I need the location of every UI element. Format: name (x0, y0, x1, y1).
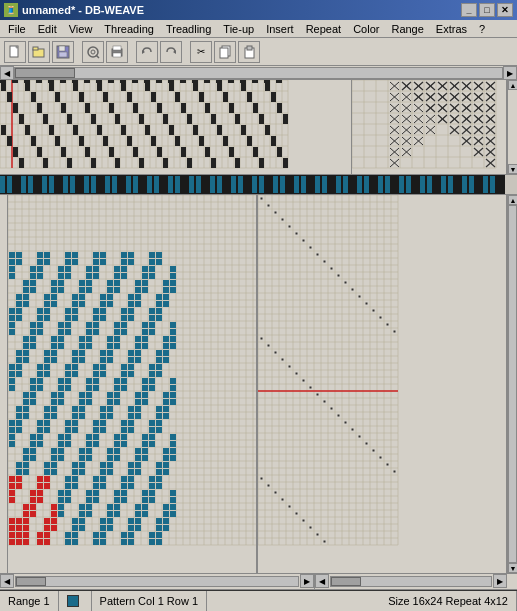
hscroll-corner (507, 574, 517, 589)
threading-section: ▲ ▼ (0, 80, 517, 175)
menu-repeat[interactable]: Repeat (300, 22, 347, 36)
save-button[interactable] (52, 41, 74, 63)
hscroll-right-area[interactable]: ◀ ▶ (315, 574, 507, 589)
titlebar-buttons[interactable]: _ □ ✕ (461, 3, 513, 17)
color-swatch (67, 595, 79, 607)
status-range: Range 1 (0, 591, 59, 611)
print-button[interactable] (106, 41, 128, 63)
threading-canvas[interactable] (0, 80, 315, 173)
cut-button[interactable]: ✂ (190, 41, 212, 63)
toolbar: ✂ (0, 38, 517, 66)
copy-button[interactable] (214, 41, 236, 63)
treadling-right-canvas[interactable] (258, 195, 411, 565)
menu-treadling[interactable]: Treadling (160, 22, 217, 36)
svg-rect-3 (33, 47, 38, 50)
vscroll-top[interactable]: ▲ ▼ (507, 80, 517, 174)
hscroll-track-right[interactable] (330, 576, 492, 587)
print-preview-button[interactable] (82, 41, 104, 63)
pattern-label: Pattern Col 1 Row 1 (100, 595, 198, 607)
svg-rect-18 (247, 46, 252, 50)
status-bar: Range 1 Pattern Col 1 Row 1 Size 16x24 R… (0, 589, 517, 611)
pattern-section: ▲ ▼ (0, 195, 517, 573)
pattern-canvas[interactable] (8, 195, 257, 565)
maximize-button[interactable]: □ (479, 3, 495, 17)
minimize-button[interactable]: _ (461, 3, 477, 17)
hscroll-thumb-left[interactable] (16, 577, 46, 586)
hscroll-track-left[interactable] (15, 576, 299, 587)
menu-range[interactable]: Range (385, 22, 429, 36)
app-icon: 🧵 (4, 3, 18, 17)
main-content: ◀ ▶ ▲ ▼ (0, 66, 517, 589)
menu-bar: File Edit View Threading Treadling Tie-u… (0, 20, 517, 38)
vscroll-up-bottom[interactable]: ▲ (508, 195, 517, 205)
menu-threading[interactable]: Threading (98, 22, 160, 36)
hscroll-track-top[interactable] (14, 67, 503, 79)
svg-point-8 (91, 50, 95, 54)
hscroll-thumb-top[interactable] (15, 68, 75, 78)
top-hscroll[interactable]: ◀ ▶ (0, 66, 517, 80)
svg-rect-11 (113, 46, 121, 50)
vscroll-up-top[interactable]: ▲ (508, 80, 517, 90)
drawdown-area[interactable] (8, 195, 257, 573)
svg-rect-16 (220, 48, 228, 58)
range-label: Range 1 (8, 595, 50, 607)
treadling-panel[interactable] (257, 195, 507, 573)
svg-rect-12 (113, 53, 121, 57)
vscroll-bottom[interactable]: ▲ ▼ (507, 195, 517, 573)
menu-extras[interactable]: Extras (430, 22, 473, 36)
title-bar: 🧵 unnamed* - DB-WEAVE _ □ ✕ (0, 0, 517, 20)
tieup-area[interactable] (352, 80, 507, 174)
menu-help[interactable]: ? (473, 22, 491, 36)
menu-file[interactable]: File (2, 22, 32, 36)
treadling-strip (0, 175, 517, 195)
undo-button[interactable] (136, 41, 158, 63)
hscroll-thumb-right[interactable] (331, 577, 361, 586)
hscroll-left-top[interactable]: ◀ (0, 66, 14, 80)
hscroll-right-top[interactable]: ▶ (503, 66, 517, 80)
tieup-canvas[interactable] (352, 80, 505, 173)
window-title: unnamed* - DB-WEAVE (22, 4, 144, 16)
size-label: Size 16x24 Repeat 4x12 (388, 595, 508, 607)
menu-insert[interactable]: Insert (260, 22, 300, 36)
open-button[interactable] (28, 41, 50, 63)
redo-button[interactable] (160, 41, 182, 63)
menu-edit[interactable]: Edit (32, 22, 63, 36)
hscroll-right-btn[interactable]: ▶ (300, 574, 314, 588)
svg-line-9 (96, 55, 99, 58)
bottom-hscroll-area[interactable]: ◀ ▶ ◀ ▶ (0, 573, 517, 589)
vscroll-down-top[interactable]: ▼ (508, 164, 517, 174)
close-button[interactable]: ✕ (497, 3, 513, 17)
vscroll-track-bottom[interactable] (508, 205, 517, 563)
hscroll-right2-left-btn[interactable]: ◀ (315, 574, 329, 588)
menu-tieup[interactable]: Tie-up (217, 22, 260, 36)
svg-rect-5 (59, 46, 65, 51)
menu-view[interactable]: View (63, 22, 99, 36)
hscroll-right2-right-btn[interactable]: ▶ (493, 574, 507, 588)
treadling-canvas[interactable] (0, 175, 505, 194)
svg-rect-6 (59, 52, 67, 57)
hscroll-left-btn[interactable]: ◀ (0, 574, 14, 588)
threading-area[interactable] (0, 80, 352, 174)
status-size: Size 16x24 Repeat 4x12 (380, 591, 517, 611)
new-button[interactable] (4, 41, 26, 63)
titlebar-left: 🧵 unnamed* - DB-WEAVE (4, 3, 144, 17)
status-color (59, 591, 92, 611)
left-margin (0, 195, 8, 573)
menu-color[interactable]: Color (347, 22, 385, 36)
status-pattern: Pattern Col 1 Row 1 (92, 591, 207, 611)
paste-button[interactable] (238, 41, 260, 63)
hscroll-left-area[interactable]: ◀ ▶ (0, 574, 315, 589)
vscroll-down-bottom[interactable]: ▼ (508, 563, 517, 573)
